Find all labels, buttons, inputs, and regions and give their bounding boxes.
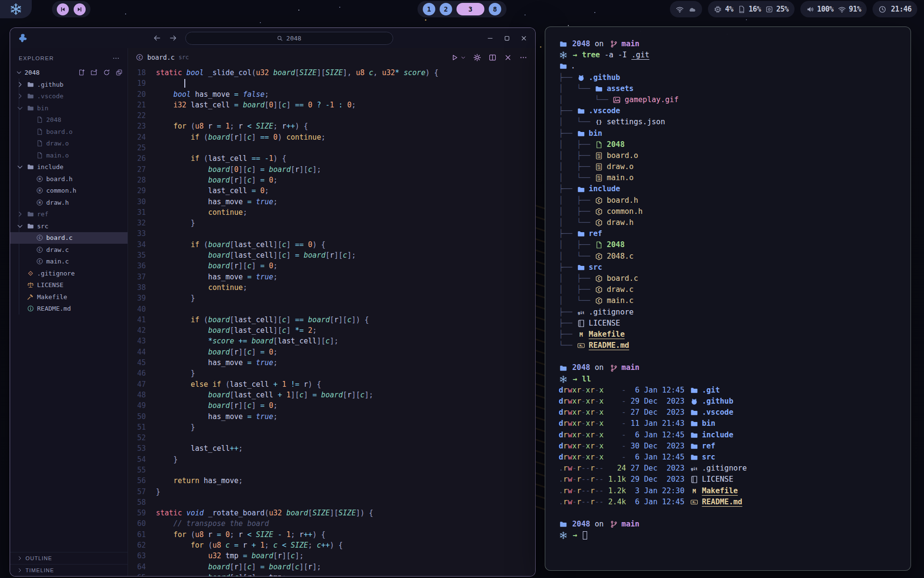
permissions: drwxr-xr-x	[559, 418, 606, 429]
more-actions-icon[interactable]	[519, 53, 527, 62]
file-tree-item[interactable]: draw.c	[10, 244, 128, 256]
file-tree-item[interactable]: board.o	[10, 126, 128, 138]
file-tree-item[interactable]: draw.h	[10, 197, 128, 209]
entry-icon	[595, 207, 603, 216]
nixos-snowflake-icon	[10, 3, 22, 15]
code-line: 39 }	[128, 293, 535, 303]
entry-icon	[577, 308, 585, 316]
git-branch-name: main	[621, 519, 639, 530]
code-line: 28 board[r][c] = 0;	[128, 175, 535, 185]
nav-forward-icon[interactable]	[169, 34, 178, 42]
code-area[interactable]: 18static bool _slide_col(u32 board[SIZE]…	[128, 66, 535, 576]
volume-stat[interactable]: 100%	[806, 5, 834, 13]
file-tree-item[interactable]: src	[10, 220, 128, 232]
file-type-icon	[26, 92, 35, 100]
run-file-button[interactable]	[450, 53, 459, 62]
permissions: .rw-r--r--	[559, 474, 606, 485]
file-tree-item[interactable]: main.o	[10, 149, 128, 161]
tree-row: │ ├── draw.o	[559, 161, 897, 172]
media-next-button[interactable]	[74, 3, 86, 15]
split-editor-icon[interactable]	[488, 53, 497, 62]
permissions: .rw-r--r--	[559, 497, 606, 508]
code-line: 42 board[last_cell][c] *= 2;	[128, 325, 535, 336]
close-editor-icon[interactable]	[504, 53, 512, 62]
ram-stat: 16%	[737, 5, 761, 13]
timeline-section[interactable]: TIMELINE	[10, 564, 128, 576]
refresh-explorer-icon[interactable]	[103, 69, 110, 76]
file-tree-item[interactable]: .github	[10, 79, 128, 91]
file-tree-item[interactable]: 2048	[10, 114, 128, 126]
terminal-window[interactable]: 2048 onmain →tree -a -I .git . ├── .gith…	[545, 26, 911, 571]
file-tree-item[interactable]: .vscode	[10, 91, 128, 103]
run-dropdown-icon[interactable]	[461, 55, 466, 60]
media-controls	[52, 1, 90, 17]
new-file-icon[interactable]	[78, 69, 85, 76]
outline-section[interactable]: OUTLINE	[10, 552, 128, 564]
entry-icon	[690, 475, 698, 484]
wifi-icon	[676, 5, 684, 13]
file-tree-item[interactable]: include	[10, 161, 128, 173]
entry-name: .vscode	[589, 105, 620, 117]
editor-pane: board.c src 18static bool _slide_col(u32…	[128, 48, 535, 576]
tree-row: ├── ref	[559, 228, 897, 239]
root-folder-name: 2048	[25, 69, 39, 76]
wifi-strength-stat[interactable]: 91%	[838, 5, 861, 13]
entry-name: draw.h	[607, 217, 634, 228]
file-tree-item[interactable]: README.md	[10, 303, 128, 315]
entry-name: bin	[702, 418, 715, 429]
workspace-button[interactable]: 2	[440, 3, 452, 15]
maximize-button[interactable]	[503, 35, 511, 42]
editor-cursor	[184, 79, 185, 88]
entry-icon	[595, 151, 603, 160]
settings-gear-icon[interactable]	[473, 53, 481, 62]
collapse-folders-icon[interactable]	[116, 69, 123, 76]
file-tree-item[interactable]: Makefile	[10, 291, 128, 303]
nav-back-icon[interactable]	[153, 34, 161, 42]
file-tree-item[interactable]: draw.o	[10, 138, 128, 150]
command-line-current[interactable]: →	[559, 530, 897, 541]
file-size: -	[606, 407, 626, 418]
explorer-title: EXPLORER	[19, 55, 54, 61]
file-tree-item[interactable]: .gitignore	[10, 267, 128, 279]
nixos-menu-button[interactable]	[0, 0, 32, 18]
editor-titlebar[interactable]: 2048	[10, 28, 535, 48]
tab-board-c[interactable]: board.c src	[136, 53, 189, 61]
workspace-button[interactable]: 8	[489, 3, 501, 15]
code-line: 25	[128, 143, 535, 153]
media-prev-button[interactable]	[57, 3, 69, 15]
prompt-line: 2048 onmain	[559, 519, 897, 530]
explorer-root-folder[interactable]: 2048	[10, 66, 128, 79]
minimize-button[interactable]	[487, 35, 494, 42]
workspace-button[interactable]: 1	[423, 3, 436, 15]
entry-icon	[690, 420, 698, 428]
network-weather-pill[interactable]	[670, 1, 702, 17]
entry-icon	[577, 107, 585, 116]
status-indicators: 4% 16% 25% 100% 91% 21:46	[670, 1, 917, 17]
file-tree-item[interactable]: LICENSE	[10, 279, 128, 291]
file-tree-item[interactable]: common.h	[10, 185, 128, 197]
file-tree-item[interactable]: board.c	[10, 232, 128, 244]
file-date: 6 Jan 12:45	[630, 497, 684, 508]
ll-row: drwxr-xr-x- 6 Jan 12:45include	[559, 430, 897, 441]
entry-icon	[559, 62, 567, 71]
file-tree-item[interactable]: bin	[10, 102, 128, 114]
close-button[interactable]	[520, 35, 527, 42]
code-line: 62 for (u8 c = r + 1; c < SIZE; c++) {	[128, 540, 535, 551]
ll-row: .rw-r--r--2.4k 6 Jan 12:45README.md	[559, 497, 897, 508]
command-center-search[interactable]: 2048	[185, 32, 393, 45]
new-folder-icon[interactable]	[90, 69, 98, 76]
file-tree-item[interactable]: ref	[10, 209, 128, 221]
file-date: 29 Dec 2023	[630, 474, 684, 485]
prompt-line: 2048 onmain	[559, 362, 897, 373]
entry-name: LICENSE	[702, 474, 733, 485]
file-tree-item[interactable]: main.c	[10, 256, 128, 268]
tree-row: │ └── main.o	[559, 172, 897, 184]
file-type-icon	[26, 293, 35, 301]
workspace-button[interactable]: 3	[457, 3, 485, 15]
file-tree-item[interactable]: board.h	[10, 173, 128, 185]
entry-icon	[690, 386, 698, 394]
explorer-more-icon[interactable]	[112, 54, 120, 62]
entry-name: README.md	[589, 340, 629, 351]
permissions: drwxr-xr-x	[559, 441, 606, 452]
entry-name: gameplay.gif	[625, 94, 679, 105]
